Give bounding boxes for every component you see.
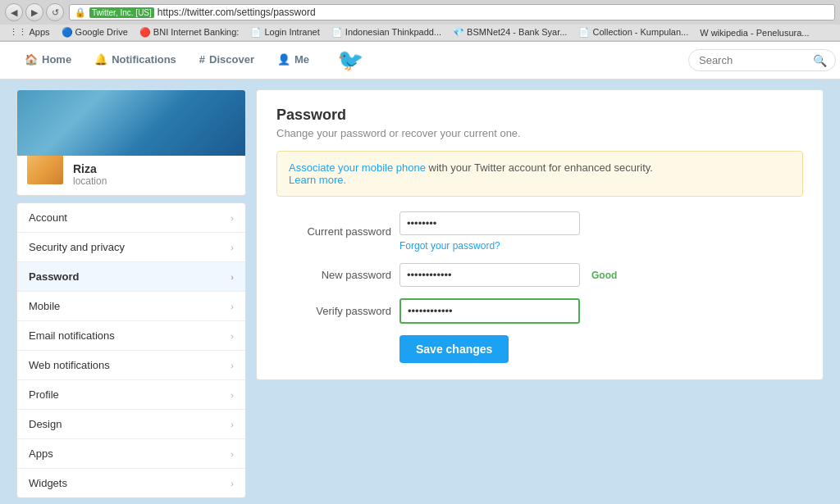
menu-item-mobile[interactable]: Mobile › (17, 292, 245, 321)
menu-item-profile-label: Profile (29, 388, 59, 401)
chevron-icon: › (231, 272, 234, 282)
nav-discover[interactable]: # Discover (188, 42, 266, 79)
verify-password-input[interactable] (399, 298, 580, 324)
chevron-icon: › (231, 479, 234, 488)
security-notice-text: with your Twitter account for enhanced s… (426, 161, 653, 174)
menu-item-profile[interactable]: Profile › (17, 380, 245, 410)
url-text: https://twitter.com/settings/password (158, 7, 316, 18)
bookmark-bsm[interactable]: 💎 BSMNet24 - Bank Syar... (449, 26, 571, 39)
page-subtitle: Change your password or recover your cur… (276, 127, 803, 139)
address-bar[interactable]: 🔒 Twitter, Inc. [US] https://twitter.com… (69, 4, 835, 20)
profile-text: Riza location (73, 162, 107, 187)
bookmark-wiki[interactable]: W wikipedia - Penelusura... (696, 27, 813, 39)
current-password-group: Current password Forgot your password? (276, 211, 803, 252)
chevron-icon: › (231, 213, 234, 223)
menu-item-design[interactable]: Design › (17, 410, 245, 439)
twitter-navbar: 🏠 Home 🔔 Notifications # Discover 👤 Me 🐦… (0, 42, 840, 79)
cert-label: Twitter, Inc. [US] (89, 7, 154, 18)
learn-more-link[interactable]: Learn more. (289, 174, 346, 186)
back-button[interactable]: ◀ (5, 3, 23, 21)
new-password-input[interactable] (399, 263, 580, 287)
profile-info: Riza location (17, 156, 245, 195)
nav-me[interactable]: 👤 Me (266, 42, 321, 79)
verify-password-group: Verify password (276, 298, 803, 324)
chevron-icon: › (231, 243, 234, 252)
save-button-row: Save changes (276, 335, 803, 363)
menu-item-email-notifications[interactable]: Email notifications › (17, 321, 245, 351)
password-strength-hint: Good (591, 270, 617, 281)
menu-item-widgets[interactable]: Widgets › (17, 469, 245, 497)
menu-item-mobile-label: Mobile (29, 300, 60, 312)
menu-item-email-label: Email notifications (29, 329, 115, 342)
search-container: 🔍 (688, 49, 827, 71)
menu-item-web-notifications[interactable]: Web notifications › (17, 351, 245, 380)
profile-name: Riza (73, 162, 107, 175)
nav-me-label: Me (294, 53, 309, 66)
profile-banner (17, 90, 245, 156)
forgot-password-link[interactable]: Forgot your password? (399, 240, 580, 252)
chevron-icon: › (231, 420, 234, 429)
bookmark-gdrive[interactable]: 🔵 Google Drive (57, 26, 132, 39)
profile-handle: location (73, 175, 107, 187)
menu-item-web-label: Web notifications (29, 359, 110, 371)
menu-item-apps[interactable]: Apps › (17, 439, 245, 469)
nav-buttons: ◀ ▶ ↺ (5, 3, 64, 21)
browser-chrome: ◀ ▶ ↺ 🔒 Twitter, Inc. [US] https://twitt… (0, 0, 840, 42)
menu-item-apps-label: Apps (29, 447, 53, 460)
home-icon: 🏠 (25, 53, 38, 66)
new-password-group: New password Good (276, 263, 803, 287)
me-icon: 👤 (277, 53, 290, 66)
refresh-button[interactable]: ↺ (46, 3, 64, 21)
chevron-icon: › (231, 361, 234, 370)
search-button[interactable]: 🔍 (813, 54, 827, 67)
sidebar: Riza location Account › Security and pri… (16, 89, 246, 498)
save-changes-button[interactable]: Save changes (399, 335, 509, 363)
forward-button[interactable]: ▶ (25, 3, 43, 21)
lock-icon: 🔒 (75, 7, 86, 18)
bookmark-apps[interactable]: ⋮⋮ Apps (5, 26, 54, 39)
bookmark-login[interactable]: 📄 Login Intranet (246, 26, 323, 39)
menu-item-security[interactable]: Security and privacy › (17, 233, 245, 262)
menu-item-password[interactable]: Password › (17, 262, 245, 292)
profile-card: Riza location (16, 89, 246, 196)
chevron-icon: › (231, 390, 234, 400)
main-content: Riza location Account › Security and pri… (0, 79, 840, 504)
bookmark-collection[interactable]: 📄 Collection - Kumpulan... (574, 26, 692, 39)
main-panel: Password Change your password or recover… (256, 89, 824, 498)
bookmark-bni[interactable]: 🔴 BNI Internet Banking: (135, 26, 244, 39)
bookmark-thinkpad[interactable]: 📄 Indonesian Thinkpadd... (327, 26, 445, 39)
nav-home-label: Home (42, 53, 71, 66)
security-notice: Associate your mobile phone with your Tw… (276, 151, 803, 197)
chevron-icon: › (231, 331, 234, 341)
banner-image (17, 90, 245, 156)
notifications-icon: 🔔 (94, 53, 107, 66)
nav-home[interactable]: 🏠 Home (13, 42, 83, 79)
menu-item-security-label: Security and privacy (29, 241, 125, 253)
nav-discover-label: Discover (209, 53, 254, 66)
hashtag-icon: # (199, 53, 205, 66)
new-password-label: New password (276, 269, 391, 281)
verify-password-label: Verify password (276, 305, 391, 317)
menu-item-widgets-label: Widgets (29, 477, 67, 489)
menu-item-design-label: Design (29, 418, 62, 430)
menu-item-password-label: Password (29, 270, 79, 283)
page-title: Password (276, 107, 803, 124)
sidebar-menu: Account › Security and privacy › Passwor… (16, 202, 246, 498)
menu-item-account-label: Account (29, 211, 67, 224)
current-password-input[interactable] (399, 211, 580, 235)
nav-notifications-label: Notifications (112, 53, 176, 66)
bookmarks-bar: ⋮⋮ Apps 🔵 Google Drive 🔴 BNI Internet Ba… (0, 25, 840, 41)
menu-item-account[interactable]: Account › (17, 203, 245, 233)
settings-card: Password Change your password or recover… (256, 89, 824, 380)
mobile-phone-link[interactable]: Associate your mobile phone (289, 161, 426, 174)
twitter-logo: 🐦 (337, 48, 363, 73)
nav-notifications[interactable]: 🔔 Notifications (83, 42, 188, 79)
chevron-icon: › (231, 302, 234, 311)
chevron-icon: › (231, 449, 234, 459)
browser-toolbar: ◀ ▶ ↺ 🔒 Twitter, Inc. [US] https://twitt… (0, 0, 840, 25)
current-password-label: Current password (276, 225, 391, 238)
